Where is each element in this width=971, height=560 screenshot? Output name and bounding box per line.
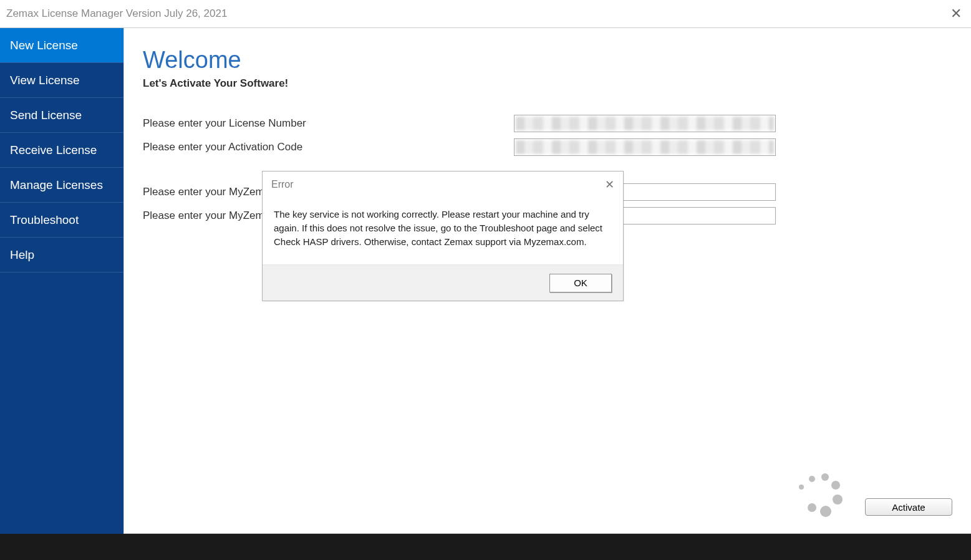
close-icon[interactable]: ✕ [950,7,962,21]
label-license-number: Please enter your License Number [143,117,514,130]
close-icon[interactable]: ✕ [605,178,614,191]
loading-spinner-icon [796,471,846,521]
sidebar-item-label: Send License [10,109,82,122]
sidebar-item-receive-license[interactable]: Receive License [0,133,123,168]
page-subtitle: Let's Activate Your Software! [143,77,952,90]
sidebar-item-label: New License [10,39,78,52]
sidebar-item-troubleshoot[interactable]: Troubleshoot [0,203,123,238]
dialog-title: Error [271,179,294,190]
activation-code-input[interactable] [514,138,776,156]
sidebar: New License View License Send License Re… [0,28,123,534]
license-number-input[interactable] [514,115,776,132]
sidebar-item-view-license[interactable]: View License [0,63,123,98]
ok-button[interactable]: OK [549,274,612,292]
sidebar-item-label: View License [10,74,80,87]
error-dialog: Error ✕ The key service is not working c… [262,171,624,301]
sidebar-item-label: Troubleshoot [10,213,79,227]
sidebar-item-label: Manage Licenses [10,178,103,192]
label-activation-code: Please enter your Activation Code [143,141,514,153]
sidebar-item-new-license[interactable]: New License [0,28,123,63]
sidebar-item-label: Help [10,248,34,262]
sidebar-item-help[interactable]: Help [0,238,123,273]
dialog-footer: OK [263,264,623,301]
title-bar: Zemax License Manager Version July 26, 2… [0,0,971,27]
row-activation-code: Please enter your Activation Code [143,138,952,156]
page-title: Welcome [143,47,952,74]
dialog-message: The key service is not working correctly… [263,198,623,264]
sidebar-item-label: Receive License [10,143,97,157]
dialog-titlebar: Error ✕ [263,171,623,198]
sidebar-item-manage-licenses[interactable]: Manage Licenses [0,168,123,203]
row-license-number: Please enter your License Number [143,115,952,132]
sidebar-item-send-license[interactable]: Send License [0,98,123,133]
bottom-bar [0,534,971,560]
activate-button[interactable]: Activate [865,498,952,516]
window-title: Zemax License Manager Version July 26, 2… [6,7,227,20]
